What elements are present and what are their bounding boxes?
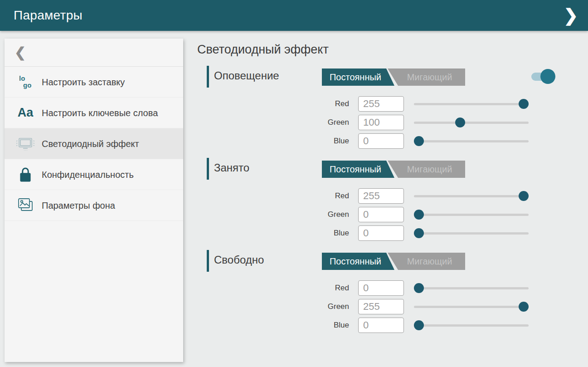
channel-slider[interactable] (414, 207, 529, 222)
notification-led-toggle[interactable] (531, 71, 551, 82)
sidebar-item-screensaver[interactable]: logo Настроить заставку (5, 67, 183, 98)
color-slider-row: Red (197, 280, 588, 296)
mode-segmented-control: Постоянный Мигающий (322, 161, 465, 178)
section-title: Занято (214, 161, 249, 174)
mode-option-constant[interactable]: Постоянный (322, 69, 394, 86)
sidebar-collapse-button[interactable]: ❮ (5, 39, 183, 67)
channel-value-input[interactable] (358, 280, 404, 296)
toggle-knob (540, 69, 555, 84)
sidebar-item-label: Параметры фона (42, 200, 115, 211)
lock-icon (15, 166, 35, 183)
channel-slider[interactable] (414, 299, 529, 314)
channel-slider[interactable] (414, 133, 529, 149)
logo-icon: logo (15, 75, 35, 88)
slider-track (414, 140, 529, 142)
channel-label: Blue (197, 137, 358, 146)
channel-label: Blue (197, 321, 358, 330)
channel-label: Green (197, 118, 358, 127)
channel-label: Red (197, 284, 358, 293)
app-header: Параметры ❯ (0, 0, 588, 31)
slider-track (414, 324, 529, 327)
channel-value-input[interactable] (358, 96, 404, 112)
mode-segmented-control: Постоянный Мигающий (322, 69, 465, 86)
background-images-icon (15, 197, 35, 214)
section-accent-bar (207, 158, 209, 180)
sidebar-item-label: Светодиодный эффект (42, 138, 139, 150)
sidebar-item-background[interactable]: Параметры фона (5, 190, 183, 221)
sidebar-item-led-effect[interactable]: Светодиодный эффект (5, 128, 183, 159)
slider-track (414, 195, 529, 197)
channel-label: Red (197, 191, 358, 201)
color-slider-row: Blue (197, 225, 588, 241)
slider-thumb[interactable] (414, 283, 424, 293)
page-title: Параметры (14, 8, 83, 23)
sidebar-item-label: Настроить ключевые слова (42, 107, 158, 119)
color-slider-row: Blue (197, 318, 588, 333)
slider-track (414, 232, 529, 235)
channel-label: Red (197, 99, 358, 108)
channel-value-input[interactable] (358, 318, 404, 333)
sidebar-item-keywords[interactable]: Aa Настроить ключевые слова (5, 98, 183, 128)
slider-track (414, 306, 529, 308)
slider-thumb[interactable] (414, 210, 424, 220)
channel-slider[interactable] (414, 188, 529, 204)
slider-track (414, 287, 529, 289)
color-slider-row: Red (197, 96, 588, 112)
mode-option-constant[interactable]: Постоянный (322, 161, 394, 178)
forward-chevron-icon[interactable]: ❯ (564, 7, 578, 24)
channel-label: Green (197, 210, 358, 219)
led-monitor-icon (15, 136, 35, 152)
section-header: Свободно Постоянный Мигающий (197, 250, 588, 272)
color-slider-row: Green (197, 115, 588, 130)
channel-value-input[interactable] (358, 225, 404, 241)
slider-thumb[interactable] (519, 191, 529, 201)
color-slider-row: Green (197, 299, 588, 314)
channel-label: Green (197, 302, 358, 311)
section-accent-bar (207, 66, 209, 88)
slider-track (414, 122, 529, 124)
sidebar-item-label: Настроить заставку (42, 76, 125, 88)
slider-thumb[interactable] (519, 99, 529, 109)
mode-option-blinking[interactable]: Мигающий (388, 69, 465, 86)
channel-slider[interactable] (414, 280, 529, 296)
section-free: Свободно Постоянный Мигающий Red (197, 250, 588, 333)
section-title: Свободно (214, 254, 264, 266)
slider-thumb[interactable] (455, 117, 465, 127)
color-slider-row: Green (197, 207, 588, 222)
section-accent-bar (207, 250, 209, 272)
color-slider-row: Blue (197, 133, 588, 149)
channel-value-input[interactable] (358, 299, 404, 314)
section-header: Оповещение Постоянный Мигающий (197, 66, 588, 88)
channel-slider[interactable] (414, 318, 529, 333)
section-title: Оповещение (214, 69, 279, 82)
color-slider-row: Red (197, 188, 588, 204)
keywords-aa-icon: Aa (15, 107, 35, 119)
slider-track (414, 214, 529, 216)
slider-thumb[interactable] (414, 228, 424, 238)
channel-slider[interactable] (414, 225, 529, 241)
channel-slider[interactable] (414, 115, 529, 130)
channel-value-input[interactable] (358, 133, 404, 149)
panel-title: Светодиодный эффект (197, 43, 588, 57)
section-notification: Оповещение Постоянный Мигающий Red (197, 66, 588, 149)
slider-track (414, 103, 529, 105)
channel-value-input[interactable] (358, 188, 404, 204)
sidebar-item-label: Конфиденциальность (42, 169, 134, 181)
section-busy: Занято Постоянный Мигающий Red (197, 158, 588, 241)
channel-label: Blue (197, 229, 358, 238)
section-header: Занято Постоянный Мигающий (197, 158, 588, 180)
sidebar-item-privacy[interactable]: Конфиденциальность (5, 159, 183, 190)
channel-slider[interactable] (414, 96, 529, 112)
mode-option-blinking[interactable]: Мигающий (388, 161, 465, 178)
slider-thumb[interactable] (519, 302, 529, 312)
mode-segmented-control: Постоянный Мигающий (322, 253, 465, 270)
slider-thumb[interactable] (414, 320, 424, 330)
back-chevron-icon: ❮ (15, 46, 26, 59)
channel-value-input[interactable] (358, 207, 404, 222)
channel-value-input[interactable] (358, 115, 404, 130)
mode-option-blinking[interactable]: Мигающий (388, 253, 465, 270)
sidebar: ❮ logo Настроить заставку Aa Настроить к… (5, 39, 183, 362)
slider-thumb[interactable] (414, 136, 424, 146)
mode-option-constant[interactable]: Постоянный (322, 253, 394, 270)
led-effect-panel: Светодиодный эффект Оповещение Постоянны… (197, 31, 588, 367)
